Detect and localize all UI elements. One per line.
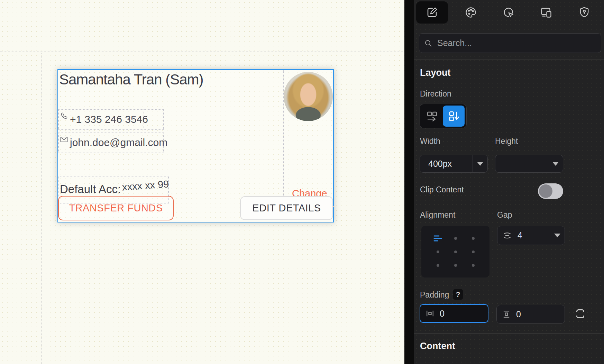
height-dropdown[interactable] <box>548 155 563 172</box>
alignment-label: Alignment <box>420 210 455 220</box>
artboard-guide-vertical <box>41 52 42 364</box>
contact-name-text[interactable]: Samantaha Tran (Sam) <box>59 71 203 88</box>
padding-sides-link-icon[interactable] <box>576 309 584 318</box>
email-text[interactable]: john.doe@gmail.com <box>70 137 167 148</box>
tab-responsive[interactable] <box>530 1 562 24</box>
avatar[interactable] <box>284 72 333 121</box>
direction-row-icon <box>426 110 438 122</box>
tab-edit[interactable] <box>416 1 448 24</box>
section-divider <box>414 333 604 334</box>
shield-pin-icon <box>578 6 591 19</box>
align-middle-center[interactable] <box>447 245 464 258</box>
tab-theme[interactable] <box>455 1 487 24</box>
padding-help-badge[interactable]: ? <box>453 289 463 300</box>
contact-card-component[interactable]: Samantaha Tran (Sam) +1 335 246 3546 joh… <box>57 69 334 222</box>
align-middle-right[interactable] <box>464 245 482 258</box>
padding-label: Padding <box>420 290 449 300</box>
transfer-funds-button[interactable]: TRANSFER FUNDS <box>58 196 174 220</box>
width-dropdown[interactable] <box>473 155 487 172</box>
clip-content-toggle[interactable] <box>538 183 563 199</box>
align-middle-left[interactable] <box>429 245 447 258</box>
width-value: 400px <box>428 159 452 169</box>
gap-label: Gap <box>497 210 512 220</box>
panel-edge-strip <box>404 0 414 364</box>
padding-vertical-icon <box>502 309 511 319</box>
content-section-heading: Content <box>420 341 455 352</box>
phone-row[interactable]: +1 335 246 3546 <box>58 109 164 130</box>
direction-toggle-group <box>420 104 467 128</box>
padding-horizontal-value: 0 <box>440 309 445 319</box>
direction-column-button[interactable] <box>443 106 465 127</box>
width-label: Width <box>420 137 440 146</box>
width-input[interactable]: 400px <box>420 155 488 173</box>
align-bottom-right[interactable] <box>464 258 482 272</box>
section-divider <box>414 60 604 60</box>
default-account-value[interactable]: xxxx xx 99 <box>122 178 169 193</box>
gap-value: 4 <box>518 230 522 240</box>
height-label: Height <box>495 137 518 146</box>
artboard-guide-horizontal <box>0 52 404 52</box>
align-bottom-center[interactable] <box>447 258 464 272</box>
edit-details-button[interactable]: EDIT DETAILS <box>240 196 333 220</box>
chevron-down-icon <box>477 162 483 166</box>
search-input[interactable] <box>437 38 596 48</box>
palette-icon <box>465 6 477 19</box>
card-column-divider <box>283 70 284 207</box>
gap-dropdown[interactable] <box>550 226 565 245</box>
direction-column-icon <box>448 110 460 122</box>
phone-icon <box>60 112 68 120</box>
alignment-grid <box>421 226 489 277</box>
cursor-click-icon <box>502 6 515 19</box>
clip-content-label: Clip Content <box>420 185 464 194</box>
layout-section-heading: Layout <box>420 67 451 78</box>
inspector-panel: Layout Direction Width Height 400p <box>414 0 604 364</box>
search-bar[interactable] <box>419 33 601 53</box>
devices-icon <box>540 6 552 19</box>
email-icon <box>60 135 68 144</box>
direction-label: Direction <box>420 89 451 99</box>
default-account-label[interactable]: Default Acc: <box>60 183 121 196</box>
design-canvas[interactable]: Samantaha Tran (Sam) +1 335 246 3546 joh… <box>0 0 404 364</box>
row-gap-icon <box>502 231 512 240</box>
height-input[interactable] <box>495 155 563 173</box>
gap-input[interactable]: 4 <box>497 226 565 245</box>
padding-vertical-input[interactable]: 0 <box>496 305 565 324</box>
align-top-left-selected[interactable] <box>429 231 447 245</box>
tab-security[interactable] <box>568 1 600 24</box>
direction-row-button[interactable] <box>421 106 443 127</box>
padding-horizontal-icon <box>425 309 435 318</box>
search-icon <box>424 39 432 47</box>
align-top-center[interactable] <box>447 231 464 245</box>
tab-interactions[interactable] <box>493 1 524 24</box>
chevron-down-icon <box>554 234 560 237</box>
toggle-knob <box>539 184 552 198</box>
chevron-down-icon <box>552 162 559 166</box>
phone-text[interactable]: +1 335 246 3546 <box>70 113 148 125</box>
email-row[interactable]: john.doe@gmail.com <box>58 133 164 153</box>
align-top-right[interactable] <box>464 231 482 245</box>
edit-icon <box>426 6 438 19</box>
app-window: Samantaha Tran (Sam) +1 335 246 3546 joh… <box>0 0 604 364</box>
padding-horizontal-input[interactable]: 0 <box>420 304 488 323</box>
padding-vertical-value: 0 <box>516 309 521 319</box>
align-left-icon <box>433 234 443 243</box>
align-bottom-left[interactable] <box>429 258 447 272</box>
